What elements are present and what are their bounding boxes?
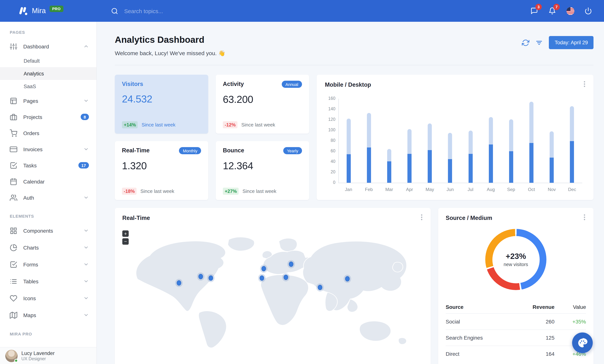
donut-chart: +23% new visitors — [485, 229, 546, 290]
sidebar-subitem-analytics[interactable]: Analytics — [0, 67, 96, 80]
map-zoom-controls: + − — [122, 230, 129, 245]
sidebar-item-tables[interactable]: Tables — [0, 273, 96, 290]
realtime-map-card: Real-Time + − — [115, 208, 431, 364]
app-window: Mira PRO 3 7 — [0, 0, 604, 364]
bar-desktop-may — [428, 124, 432, 150]
filter-icon[interactable] — [536, 39, 543, 46]
header-actions: Today: April 29 — [522, 36, 593, 49]
sidebar-subitem-saas[interactable]: SaaS — [0, 80, 96, 93]
sidebar-item-tasks[interactable]: Tasks17 — [0, 157, 96, 173]
today-button[interactable]: Today: April 29 — [549, 36, 593, 49]
grid-icon — [10, 227, 17, 234]
sidebar-item-auth[interactable]: Auth — [0, 189, 96, 206]
chevron-down-icon — [83, 245, 89, 250]
x-tick-label: Mar — [379, 187, 399, 192]
x-tick-label: Nov — [541, 187, 562, 192]
calendar-icon — [10, 178, 17, 185]
messages-button[interactable]: 3 — [527, 3, 542, 18]
x-tick-label: Aug — [480, 187, 501, 192]
source-medium-card: Source / Medium +23% new visitors Source… — [438, 208, 593, 364]
x-tick-label: May — [420, 187, 440, 192]
sidebar-item-icons[interactable]: Icons — [0, 290, 96, 307]
map-marker-us-east[interactable] — [209, 275, 213, 280]
palette-icon — [577, 338, 588, 348]
source-table: SourceRevenueValueSocial260+35%Search En… — [446, 301, 586, 362]
map-title: Real-Time — [122, 215, 423, 221]
bar-mobile-apr — [407, 154, 412, 183]
bar-desktop-nov — [550, 131, 554, 158]
kebab-menu-icon[interactable] — [581, 81, 588, 88]
source-title: Source / Medium — [446, 215, 586, 221]
sidebar-item-dashboard[interactable]: Dashboard — [0, 38, 96, 54]
stat-cards: Visitors24.532+14%Since last weekActivit… — [115, 75, 309, 200]
world-map[interactable]: + − — [121, 226, 425, 350]
world-map-svg — [121, 226, 425, 350]
users-icon — [10, 194, 17, 201]
sidebar-item-maps[interactable]: Maps — [0, 307, 96, 324]
theme-settings-fab[interactable] — [572, 332, 593, 353]
sidebar-item-charts[interactable]: Charts — [0, 239, 96, 256]
cell-revenue: 164 — [518, 351, 554, 357]
col-source: Source — [446, 304, 518, 310]
sidebar-subitem-default[interactable]: Default — [0, 54, 96, 67]
x-tick-label: Sep — [501, 187, 521, 192]
sidebar-item-invoices[interactable]: Invoices — [0, 141, 96, 157]
stat-card-real-time: Real-TimeMonthly1.320-18%Since last week — [115, 141, 208, 200]
notifications-button[interactable]: 7 — [545, 3, 560, 18]
page-subtitle: Welcome back, Lucy! We've missed you. 👋 — [115, 50, 225, 57]
stat-period-pill[interactable]: Monthly — [179, 147, 201, 154]
map-marker-turkey[interactable] — [284, 275, 288, 280]
sidebar-item-label: Auth — [23, 195, 34, 201]
sidebar-item-label: Pages — [23, 98, 38, 104]
online-status-dot — [14, 359, 18, 362]
sidebar-item-projects[interactable]: Projects8 — [0, 109, 96, 125]
sidebar-item-label: Calendar — [23, 178, 45, 184]
bar-desktop-apr — [407, 129, 412, 154]
zoom-in-button[interactable]: + — [122, 230, 129, 237]
map-marker-india[interactable] — [318, 285, 322, 290]
logout-button[interactable] — [581, 3, 596, 18]
chevron-down-icon — [83, 262, 89, 267]
bar-desktop-aug — [489, 117, 493, 144]
zoom-out-button[interactable]: − — [122, 238, 129, 245]
power-icon — [584, 7, 592, 15]
chevron-down-icon — [83, 146, 89, 152]
stat-caption: Since last week — [241, 122, 275, 128]
donut-center-value: +23% — [506, 252, 526, 261]
sidebar-item-label: Charts — [23, 244, 39, 251]
map-marker-uk[interactable] — [261, 266, 266, 271]
search-input[interactable] — [124, 7, 228, 14]
bar-desktop-jul — [468, 131, 473, 154]
sidebar-badge: 17 — [78, 162, 89, 168]
stat-delta-badge: +27% — [223, 188, 239, 195]
map-marker-us-west[interactable] — [176, 280, 181, 286]
stat-period-pill[interactable]: Yearly — [283, 147, 302, 154]
page-title: Analytics Dashboard — [115, 35, 225, 45]
sidebar-item-components[interactable]: Components — [0, 222, 96, 239]
sidebar-item-orders[interactable]: Orders — [0, 125, 96, 141]
check-square-icon — [10, 162, 17, 169]
kebab-menu-icon[interactable] — [419, 214, 426, 221]
map-marker-china[interactable] — [345, 276, 350, 281]
y-tick-label: 100 — [325, 128, 335, 132]
sidebar-item-calendar[interactable]: Calendar — [0, 173, 96, 189]
stat-card-activity: ActivityAnnual63.200-12%Since last week — [216, 75, 309, 134]
bar-desktop-mar — [387, 149, 391, 161]
mobile-desktop-card: Mobile / Desktop 020406080100120140160Ja… — [317, 75, 593, 200]
sidebar-nav: PAGESDashboardDefaultAnalyticsSaaSPagesP… — [0, 22, 96, 340]
sidebar-item-pages[interactable]: Pages — [0, 93, 96, 109]
list-icon — [10, 277, 17, 285]
sidebar-user[interactable]: Lucy Lavender UX Designer — [0, 347, 96, 364]
stat-value: 24.532 — [122, 93, 201, 105]
sidebar-item-forms[interactable]: Forms — [0, 256, 96, 273]
language-button[interactable] — [563, 3, 578, 18]
kebab-menu-icon[interactable] — [581, 214, 588, 221]
map-marker-russia[interactable] — [289, 262, 294, 267]
refresh-icon[interactable] — [522, 39, 529, 46]
brand[interactable]: Mira PRO — [0, 5, 97, 16]
stat-card-bounce: BounceYearly12.364+27%Since last week — [216, 141, 309, 200]
map-marker-spain[interactable] — [260, 275, 264, 280]
map-marker-us-central[interactable] — [199, 274, 203, 279]
stat-period-pill[interactable]: Annual — [282, 81, 302, 88]
col-revenue: Revenue — [518, 304, 554, 310]
